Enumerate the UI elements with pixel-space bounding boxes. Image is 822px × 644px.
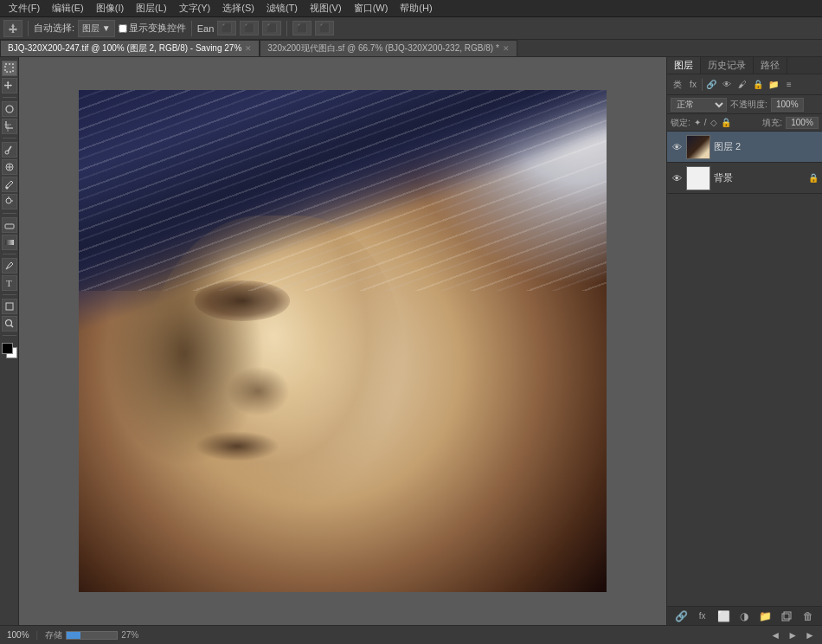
align-right-btn[interactable]: ⬛ [262, 21, 281, 35]
auto-select-dropdown[interactable]: 图层 ▼ [78, 20, 115, 37]
move-tool[interactable] [2, 78, 17, 93]
move-tool-options[interactable] [3, 20, 22, 37]
foreground-color[interactable] [2, 343, 13, 354]
nav-play-btn[interactable]: ► [787, 629, 798, 641]
menu-item-l[interactable]: 图层(L) [131, 1, 171, 16]
lock-transparent-btn[interactable]: ✦ [694, 118, 701, 127]
svg-point-21 [5, 320, 11, 326]
eyedropper-tool[interactable] [2, 142, 17, 158]
eraser-tool[interactable] [2, 217, 17, 233]
panel-delete-layer-btn[interactable]: 🗑 [801, 609, 815, 623]
svg-point-9 [5, 151, 9, 154]
svg-rect-24 [784, 612, 791, 619]
zoom-tool[interactable] [2, 316, 17, 332]
panel-menu-icon[interactable]: ≡ [782, 78, 796, 92]
menu-item-f[interactable]: 文件(F) [3, 1, 45, 16]
selection-tool[interactable] [2, 61, 17, 76]
distribute-btn[interactable]: ⬛ [292, 21, 311, 35]
align-label: Ean [197, 23, 215, 34]
menu-item-s[interactable]: 选择(S) [217, 1, 260, 16]
nav-next-btn[interactable]: ► [805, 629, 815, 641]
tab-active-label: BJQ-320X200-247.tif @ 100% (图层 2, RGB/8)… [8, 42, 241, 55]
panel-tool-sep-1 [702, 79, 703, 91]
show-transform-checkbox[interactable]: 显示变换控件 [119, 22, 186, 35]
left-tool-panel: T [0, 57, 19, 625]
auto-align-btn[interactable]: ⬛ [315, 21, 334, 35]
lock-image-btn[interactable]: / [704, 118, 707, 127]
save-progress: 存储 27% [45, 629, 138, 641]
panel-toolbar: 类 fx 🔗 👁 🖌 🔒 📁 ≡ [667, 74, 822, 95]
tool-sep-4 [3, 254, 16, 254]
heal-tool[interactable] [2, 159, 17, 175]
tab-active-doc[interactable]: BJQ-320X200-247.tif @ 100% (图层 2, RGB/8)… [0, 40, 260, 56]
panel-tab-layers[interactable]: 图层 [667, 57, 701, 74]
tab-second-doc[interactable]: 320x200现代图白.sf @ 66.7% (BJQ-320X200-232,… [260, 40, 517, 56]
lasso-tool[interactable] [2, 101, 17, 117]
panel-eye-icon[interactable]: 👁 [720, 78, 734, 92]
menu-item-e[interactable]: 编辑(E) [47, 1, 89, 16]
layer-bg-name: 背景 [714, 171, 805, 184]
layer-2-thumb-art [687, 136, 710, 158]
layer-bg-visibility[interactable]: 👁 [671, 172, 683, 184]
shape-tool[interactable] [2, 299, 17, 314]
crop-tool[interactable] [2, 119, 17, 134]
nav-prev-btn[interactable]: ◄ [770, 629, 780, 641]
align-center-btn[interactable]: ⬛ [240, 21, 259, 35]
tab-second-close[interactable]: ✕ [503, 44, 510, 53]
menu-item-y[interactable]: 文字(Y) [174, 1, 216, 16]
svg-rect-18 [5, 240, 14, 245]
gradient-tool[interactable] [2, 235, 17, 250]
panel-new-layer-btn[interactable] [780, 609, 793, 623]
panel-link-icon[interactable]: 🔗 [704, 78, 718, 92]
panel-bottom-toolbar: 🔗 fx ⬜ ◑ 📁 🗑 [667, 606, 822, 625]
panel-fx-icon[interactable]: fx [686, 78, 700, 92]
panel-mask-bottom-btn[interactable]: ⬜ [716, 609, 730, 623]
layer-bg-lock: 🔒 [808, 173, 819, 183]
clone-tool[interactable] [2, 194, 17, 209]
panel-brush-icon[interactable]: 🖌 [735, 78, 749, 92]
layer-2-name: 图层 2 [714, 140, 819, 153]
layer-item-2[interactable]: 👁 图层 2 [667, 132, 822, 163]
document-tabs: BJQ-320X200-247.tif @ 100% (图层 2, RGB/8)… [0, 40, 822, 57]
opacity-value[interactable]: 100% [771, 98, 804, 112]
panel-lock-icon[interactable]: 🔒 [751, 78, 765, 92]
layer-2-visibility[interactable]: 👁 [671, 141, 683, 153]
panel-adj-bottom-btn[interactable]: ◑ [737, 609, 751, 623]
panel-link-bottom-btn[interactable]: 🔗 [674, 609, 688, 623]
layer-bg-thumbnail [686, 166, 710, 190]
auto-select-label: 自动选择: [34, 22, 74, 35]
menu-item-i[interactable]: 图像(I) [91, 1, 129, 16]
lock-position-btn[interactable]: ◇ [710, 118, 717, 127]
panel-fx-bottom-btn[interactable]: fx [696, 609, 710, 623]
svg-marker-0 [9, 23, 17, 33]
menu-item-v[interactable]: 视图(V) [305, 1, 347, 16]
brush-tool[interactable] [2, 177, 17, 192]
align-left-btn[interactable]: ⬛ [217, 21, 236, 35]
menu-item-t[interactable]: 滤镜(T) [261, 1, 303, 16]
panel-group-bottom-btn[interactable]: 📁 [759, 609, 773, 623]
blend-mode-select[interactable]: 正常 溶解 变暗 正片叠底 变亮 叠加 [671, 98, 727, 112]
lock-label: 锁定: [671, 117, 690, 129]
main-area: T [0, 57, 822, 625]
pen-tool[interactable] [2, 258, 17, 274]
lock-row: 锁定: ✦ / ◇ 🔒 填充: 100% [667, 114, 822, 132]
tab-active-close[interactable]: ✕ [245, 44, 252, 53]
panel-tab-history[interactable]: 历史记录 [701, 57, 754, 74]
svg-point-13 [5, 187, 8, 190]
layer-item-bg[interactable]: 👁 背景 🔒 [667, 163, 822, 194]
lock-all-btn[interactable]: 🔒 [721, 118, 731, 127]
lip-detail [195, 431, 279, 461]
panel-type-icon[interactable]: 类 [671, 78, 684, 92]
fill-value[interactable]: 100% [786, 117, 819, 129]
color-swatches[interactable] [2, 343, 17, 358]
status-bar: 100% | 存储 27% ◄ ► ► [0, 625, 822, 644]
panel-tab-paths[interactable]: 路径 [754, 57, 787, 74]
menu-item-w[interactable]: 窗口(W) [349, 1, 394, 16]
text-tool[interactable]: T [2, 275, 17, 291]
canvas-area[interactable] [19, 57, 666, 625]
toolbar-sep-1 [28, 21, 29, 36]
progress-bar [66, 631, 118, 640]
panel-folder-icon[interactable]: 📁 [767, 78, 780, 92]
layer-2-eye: 👁 [672, 142, 682, 152]
menu-item-h[interactable]: 帮助(H) [395, 1, 437, 16]
